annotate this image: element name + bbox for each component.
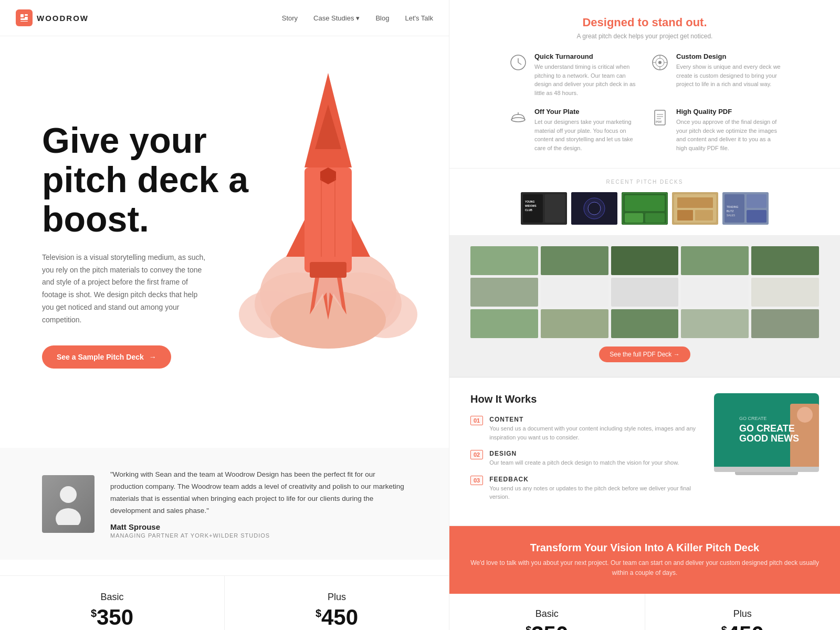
cta-banner-title: Transform Your Vision Into A Killer Pitc… xyxy=(470,542,819,554)
pdf-icon: PDF xyxy=(650,108,670,128)
right-pricing-plus: Plus $450 Up to 15 pages Custom Pitch De… xyxy=(645,594,841,630)
laptop-screen: GO CREATE GO CREATE GOOD NEWS xyxy=(714,393,819,467)
svg-point-29 xyxy=(658,61,662,64)
sample-thumb-1[interactable]: YOUNG WIDOWS CLUB xyxy=(521,192,567,225)
nav-story[interactable]: Story xyxy=(282,14,298,22)
step-2-label: DESIGN xyxy=(489,450,679,457)
right-pricing-basic-name: Basic xyxy=(465,608,629,620)
sample-thumb-3[interactable] xyxy=(622,192,668,225)
svg-rect-54 xyxy=(645,213,665,223)
navigation: WOODROW Story Case Studies ▾ Blog Let's … xyxy=(0,0,449,36)
pricing-plus: Plus $450 Up to 15 pages Custom Pitch De… xyxy=(224,575,449,630)
svg-rect-63 xyxy=(747,210,766,223)
svg-rect-59 xyxy=(695,210,713,220)
svg-rect-2 xyxy=(25,17,28,18)
svg-text:WIDOWS: WIDOWS xyxy=(525,204,537,207)
laptop-stand xyxy=(735,472,798,475)
feature-desc-3: Once you approve of the final design of … xyxy=(676,118,781,152)
design-icon xyxy=(650,52,670,72)
testimonial-role: MANAGING PARTNER AT YORK+WILDER STUDIOS xyxy=(110,532,407,539)
pricing-basic-price: $350 xyxy=(21,605,203,630)
deck-thumb-10 xyxy=(751,278,819,307)
feature-title-0: Quick Turnaround xyxy=(534,52,639,60)
deck-thumb-7 xyxy=(541,278,608,307)
testimonial-quote: "Working with Sean and the team at Woodr… xyxy=(110,469,407,517)
nav-case-studies[interactable]: Case Studies ▾ xyxy=(313,14,360,22)
sample-thumb-4[interactable] xyxy=(672,192,718,225)
right-panel: Designed to stand out. A great pitch dec… xyxy=(449,0,840,630)
samples-thumbnails: YOUNG WIDOWS CLUB xyxy=(470,192,819,225)
sample-thumb-5[interactable]: TRADING BLITZ SALES xyxy=(722,192,769,225)
full-deck-section: See the full PDF Deck → xyxy=(449,236,840,377)
pitch-samples-label: RECENT PITCH DECKS xyxy=(470,179,819,185)
svg-text:YOUNG: YOUNG xyxy=(525,200,534,203)
how-title: How It Works xyxy=(470,393,698,405)
svg-point-22 xyxy=(60,486,77,503)
feature-desc-0: We understand timing is critical when pi… xyxy=(534,62,639,97)
dropdown-arrow-icon: ▾ xyxy=(356,14,360,22)
step-3-desc: You send us any notes or updates to the … xyxy=(489,484,698,501)
svg-rect-62 xyxy=(747,194,766,208)
how-content: How It Works 01 CONTENT You send us a do… xyxy=(470,393,698,510)
right-pricing-basic-price: $350 xyxy=(465,622,629,630)
svg-text:SALES: SALES xyxy=(727,214,736,217)
deck-thumb-4 xyxy=(681,246,749,275)
feature-pdf: PDF High Quality PDF Once you approve of… xyxy=(650,108,781,152)
step-2-num: 02 xyxy=(470,450,483,459)
feature-title-1: Custom Design xyxy=(676,52,781,60)
nav-blog[interactable]: Blog xyxy=(375,14,389,22)
pitch-samples-section: RECENT PITCH DECKS YOUNG WIDOWS CLUB xyxy=(449,169,840,236)
clock-icon xyxy=(508,52,528,72)
logo[interactable]: WOODROW xyxy=(16,9,89,26)
deck-thumb-3 xyxy=(611,246,679,275)
deck-thumb-14 xyxy=(681,309,749,338)
right-pricing-section: Basic $350 Up to 10 pages Custom Pitch D… xyxy=(449,594,840,630)
svg-line-26 xyxy=(518,62,521,65)
svg-marker-15 xyxy=(286,220,304,257)
sample-thumb-2[interactable] xyxy=(571,192,617,225)
hero-section: Give your pitch deck a boost. Television… xyxy=(0,36,449,448)
pricing-plus-price: $450 xyxy=(246,605,428,630)
svg-rect-61 xyxy=(724,194,744,223)
pricing-basic: Basic $350 Up to 10 pages Custom Pitch D… xyxy=(0,575,224,630)
features-grid: Quick Turnaround We understand timing is… xyxy=(508,52,781,152)
feature-desc-2: Let our designers take your marketing ma… xyxy=(534,118,639,152)
svg-point-34 xyxy=(511,118,525,122)
see-full-deck-button[interactable]: See the full PDF Deck → xyxy=(599,346,690,362)
svg-rect-52 xyxy=(625,195,665,211)
step-1-num: 01 xyxy=(470,416,483,425)
laptop-base xyxy=(714,467,819,472)
nav-lets-talk[interactable]: Let's Talk xyxy=(405,14,433,22)
testimonial-section: "Working with Sean and the team at Woodr… xyxy=(0,448,449,560)
testimonial-avatar xyxy=(42,475,94,533)
laptop-mockup: GO CREATE GO CREATE GOOD NEWS xyxy=(714,393,819,510)
svg-text:CLUB: CLUB xyxy=(525,208,532,212)
step-1-label: CONTENT xyxy=(489,416,698,423)
designed-title: Designed to stand out. xyxy=(470,16,819,29)
svg-point-23 xyxy=(56,508,81,525)
designed-subtitle: A great pitch deck helps your project ge… xyxy=(470,33,819,40)
svg-rect-58 xyxy=(677,210,693,220)
left-panel: WOODROW Story Case Studies ▾ Blog Let's … xyxy=(0,0,449,630)
deck-thumb-2 xyxy=(541,246,608,275)
right-pricing-plus-price: $450 xyxy=(661,622,825,630)
testimonial-content: "Working with Sean and the team at Woodr… xyxy=(110,469,407,539)
svg-rect-1 xyxy=(25,14,28,16)
svg-rect-0 xyxy=(20,14,24,17)
cta-banner-desc: We'd love to talk with you about your ne… xyxy=(470,558,819,578)
logo-icon xyxy=(16,9,33,26)
deck-thumb-12 xyxy=(541,309,608,338)
pricing-section: Basic $350 Up to 10 pages Custom Pitch D… xyxy=(0,560,449,630)
plate-icon xyxy=(508,108,528,128)
svg-rect-3 xyxy=(20,18,28,20)
deck-grid xyxy=(470,246,819,338)
svg-rect-53 xyxy=(625,213,643,223)
deck-thumb-1 xyxy=(470,246,538,275)
how-it-works-section: How It Works 01 CONTENT You send us a do… xyxy=(449,377,840,526)
sample-pitch-deck-button[interactable]: See a Sample Pitch Deck → xyxy=(42,345,171,369)
deck-thumb-8 xyxy=(611,278,679,307)
hero-title: Give your pitch deck a boost. xyxy=(42,121,252,238)
feature-title-3: High Quality PDF xyxy=(676,108,781,116)
deck-thumb-6 xyxy=(470,278,538,307)
hero-text: Give your pitch deck a boost. Television… xyxy=(42,121,252,368)
